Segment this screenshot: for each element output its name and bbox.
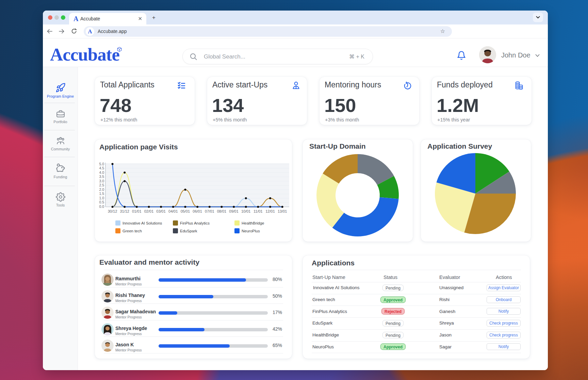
svg-text:2.5: 2.5 bbox=[99, 183, 104, 187]
svg-text:0.5: 0.5 bbox=[99, 200, 104, 204]
svg-text:11/01: 11/01 bbox=[254, 209, 263, 213]
svg-text:06/01: 06/01 bbox=[193, 209, 202, 213]
svg-text:3.5: 3.5 bbox=[99, 175, 104, 179]
svg-text:09/01: 09/01 bbox=[229, 209, 239, 213]
svg-text:FinPlus Analytics: FinPlus Analytics bbox=[180, 221, 210, 225]
svg-text:02/01: 02/01 bbox=[144, 209, 154, 213]
svg-text:31/12: 31/12 bbox=[120, 209, 129, 213]
svg-text:07/01: 07/01 bbox=[205, 209, 214, 213]
svg-text:13/01: 13/01 bbox=[278, 209, 287, 213]
svg-text:5.0: 5.0 bbox=[99, 162, 104, 166]
svg-text:0.0: 0.0 bbox=[99, 204, 104, 209]
svg-text:10/01: 10/01 bbox=[241, 209, 251, 213]
svg-text:04/01: 04/01 bbox=[168, 209, 178, 213]
svg-text:12/01: 12/01 bbox=[265, 209, 275, 213]
svg-text:2.0: 2.0 bbox=[99, 187, 104, 192]
svg-text:1.5: 1.5 bbox=[99, 192, 104, 196]
svg-text:HealthBridge: HealthBridge bbox=[242, 221, 264, 225]
svg-text:03/01: 03/01 bbox=[156, 209, 166, 213]
svg-text:05/01: 05/01 bbox=[181, 209, 190, 213]
svg-text:Innovative AI Solutions: Innovative AI Solutions bbox=[122, 221, 162, 225]
svg-text:NeuroPlus: NeuroPlus bbox=[242, 229, 260, 233]
svg-text:3.0: 3.0 bbox=[99, 179, 104, 183]
svg-text:1.0: 1.0 bbox=[99, 196, 104, 200]
svg-text:4.0: 4.0 bbox=[99, 170, 104, 175]
svg-text:Green tech: Green tech bbox=[122, 229, 142, 233]
svg-text:08/01: 08/01 bbox=[217, 209, 227, 213]
svg-text:30/12: 30/12 bbox=[108, 209, 117, 213]
svg-text:4.5: 4.5 bbox=[99, 166, 104, 170]
svg-text:01/01: 01/01 bbox=[132, 209, 142, 213]
svg-text:EduSpark: EduSpark bbox=[180, 229, 197, 233]
